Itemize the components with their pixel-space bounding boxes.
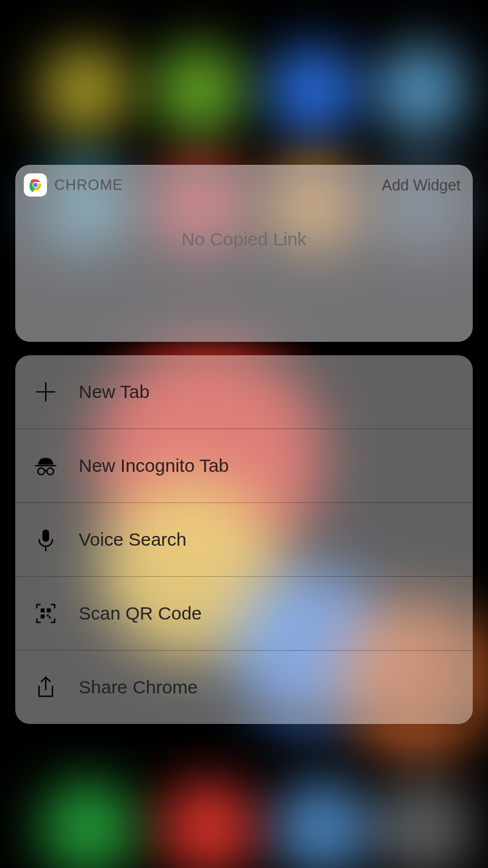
action-scan-qr[interactable]: Scan QR Code (15, 576, 473, 650)
action-share-chrome[interactable]: Share Chrome (15, 650, 473, 724)
chrome-app-icon (24, 173, 47, 197)
svg-point-7 (47, 468, 54, 475)
action-label: Voice Search (79, 529, 187, 550)
action-label: Share Chrome (79, 677, 198, 698)
action-new-incognito-tab[interactable]: New Incognito Tab (15, 429, 473, 502)
chrome-widget-card: CHROME Add Widget No Copied Link (15, 165, 473, 342)
incognito-icon (31, 452, 60, 479)
quick-actions-menu: New Tab New Incognito Tab (15, 355, 473, 724)
svg-point-6 (38, 468, 45, 475)
svg-rect-10 (41, 609, 45, 612)
action-label: Scan QR Code (79, 603, 202, 624)
widget-title: CHROME (54, 176, 123, 193)
share-icon (31, 674, 60, 701)
svg-rect-12 (41, 615, 45, 618)
action-new-tab[interactable]: New Tab (15, 355, 473, 429)
svg-rect-11 (47, 609, 51, 612)
qr-icon (31, 600, 60, 627)
svg-rect-13 (47, 615, 49, 617)
widget-empty-text: No Copied Link (181, 229, 306, 250)
mic-icon (31, 526, 60, 553)
widget-header: CHROME Add Widget (15, 165, 473, 206)
svg-rect-14 (49, 617, 51, 618)
action-label: New Incognito Tab (79, 455, 229, 476)
action-label: New Tab (79, 382, 149, 402)
add-widget-button[interactable]: Add Widget (382, 176, 461, 194)
action-voice-search[interactable]: Voice Search (15, 502, 473, 576)
plus-icon (31, 378, 60, 405)
widget-body: No Copied Link (15, 206, 473, 342)
svg-rect-8 (43, 530, 49, 542)
